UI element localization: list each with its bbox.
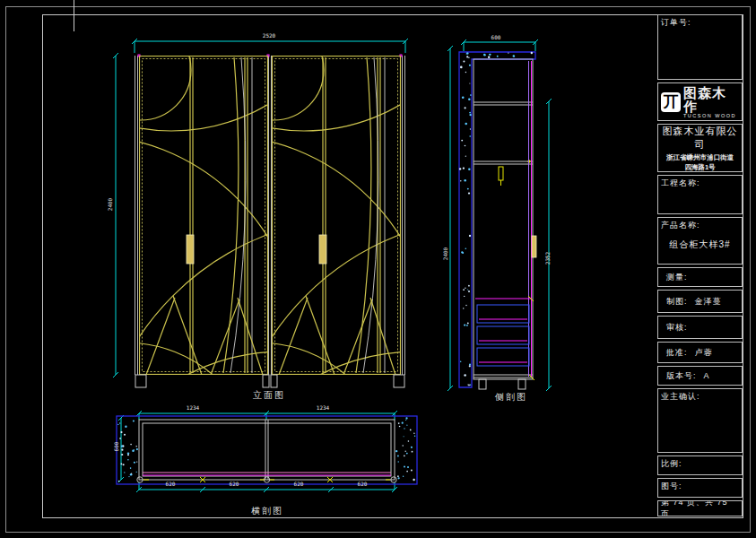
cabinet-carcass (474, 59, 533, 389)
side-depth-dim: 600 (482, 35, 509, 40)
logo-name: 图森木作 (683, 86, 739, 113)
version-label: 版本号: (666, 370, 697, 382)
hsection-seg1-dim: 620 (157, 482, 184, 487)
product-name-label: 产品名称: (661, 221, 700, 230)
order-number-label: 订单号: (661, 18, 691, 27)
hsection-carcass (139, 420, 395, 480)
side-height-right-dim: 2352 (545, 247, 551, 270)
elevation-view-drawing (112, 31, 417, 395)
draftsman-value: 金泽蔓 (695, 296, 722, 308)
wall-speckles-top (466, 52, 533, 58)
page-info: 第 74 页、共 75 页 (661, 500, 739, 516)
measure-label: 测量: (666, 272, 688, 283)
drawing-number-label: 图号: (661, 482, 682, 490)
wall-speckles-left (459, 61, 472, 386)
elevation-view-label: 立面图 (242, 389, 296, 402)
logo-subtitle: TUCSON WOOD (683, 113, 739, 118)
company-name: 图森木业有限公司 (661, 125, 739, 152)
version-value: A (704, 371, 710, 380)
project-name-label: 工程名称: (661, 178, 700, 187)
elevation-side-panels (135, 56, 405, 375)
elevation-width-dim: 2520 (251, 33, 287, 39)
drawer-stack (475, 296, 534, 380)
project-name-cell: 工程名称: (657, 175, 743, 214)
company-address-line1: 浙江省嵊州市浦口街道 (661, 153, 739, 161)
hsection-wall-outline (117, 416, 417, 484)
side-dimension-lines (448, 39, 552, 391)
hsection-seg2-dim: 620 (221, 482, 248, 487)
elevation-height-dim: 2400 (108, 193, 113, 216)
product-name-cell: 产品名称: 组合柜大样3# (657, 217, 743, 265)
approver-label: 批准: (666, 347, 688, 359)
order-number-cell: 订单号: (657, 14, 743, 80)
hsection-width-left-dim: 1234 (175, 405, 211, 411)
hsection-view-label: 横剖图 (240, 505, 294, 517)
side-height-left-dim: 2400 (443, 242, 448, 265)
fold-mark (74, 0, 74, 31)
logo-text-group: 图森木作 TUCSON WOOD (683, 86, 739, 118)
drawing-number-cell: 图号: (657, 478, 743, 498)
draftsman-cell: 制图: 金泽蔓 (657, 290, 743, 313)
side-section-drawing (439, 27, 560, 399)
reviewer-label: 审核: (666, 322, 688, 334)
horizontal-section-drawing (108, 411, 426, 496)
company-info-cell: 图森木业有限公司 浙江省嵊州市浦口街道 四海路1号 (657, 124, 743, 172)
hsection-seg3-dim: 620 (285, 482, 312, 487)
version-cell: 版本号: A (657, 366, 743, 386)
company-logo: 丌 图森木作 TUCSON WOOD (657, 82, 743, 121)
approver-value: 卢蓉 (695, 347, 713, 359)
elevation-dimension-lines (113, 39, 408, 377)
company-address-line2: 四海路1号 (661, 163, 739, 171)
owner-confirm-label: 业主确认: (661, 392, 700, 401)
page-info-cell: 第 74 页、共 75 页 (657, 500, 743, 516)
draftsman-label: 制图: (666, 296, 688, 308)
hsection-wall-speckles-right (395, 417, 415, 481)
scale-cell: 比例: (657, 456, 743, 475)
reviewer-cell: 审核: (657, 316, 743, 339)
product-name-value: 组合柜大样3# (661, 239, 739, 251)
owner-confirm-cell: 业主确认: (657, 388, 743, 453)
hsection-seg4-dim: 620 (349, 482, 376, 487)
hsection-width-right-dim: 1234 (305, 405, 341, 411)
measure-cell: 测量: (657, 267, 743, 287)
hsection-door-lines (143, 473, 391, 475)
hsection-depth-dim: 600 (114, 436, 119, 457)
approver-cell: 批准: 卢蓉 (657, 342, 743, 363)
side-handle (532, 236, 536, 257)
drawing-sheet: 2520 2400 600 2400 2352 1234 1234 600 62… (0, 0, 756, 538)
side-section-view-label: 侧剖图 (484, 391, 538, 404)
elevation-feet (135, 375, 404, 387)
title-block: 订单号: 丌 图森木作 TUCSON WOOD 图森木业有限公司 浙江省嵊州市浦… (657, 14, 743, 517)
scale-label: 比例: (661, 459, 682, 468)
tucson-logo-icon: 丌 (661, 92, 681, 112)
